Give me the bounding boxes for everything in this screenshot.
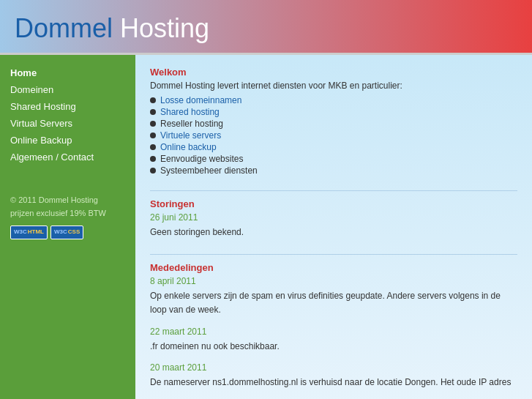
bullet-icon — [150, 168, 156, 174]
sidebar-nav: Home Domeinen Shared Hosting Virtual Ser… — [10, 65, 125, 165]
w3c-html-badge: W3C HTML — [10, 225, 48, 239]
section-storingen: Storingen 26 juni 2011 Geen storingen be… — [150, 198, 517, 239]
service-text-systeem: Systeembeheer diensten — [160, 165, 258, 176]
mededeling-text-1: Op enkele servers zijn de spam en virus … — [150, 289, 517, 317]
tagline: prijzen exclusief 19% BTW — [10, 207, 125, 220]
divider — [150, 254, 517, 255]
site-title: Dommel Hosting — [15, 13, 517, 44]
sidebar-item-virtual-servers[interactable]: Virtual Servers — [10, 116, 125, 131]
service-text-reseller: Reseller hosting — [160, 119, 223, 129]
sidebar-item-home[interactable]: Home — [10, 65, 125, 81]
service-list: Losse domeinnamen Shared hosting Reselle… — [150, 95, 517, 176]
list-item: Online backup — [150, 142, 517, 152]
mededeling-entry-1: 8 april 2011 Op enkele servers zijn de s… — [150, 276, 517, 317]
title-hosting: Hosting — [113, 13, 209, 43]
w3c-badges: W3C HTML W3C CSS — [10, 225, 125, 239]
mededeling-date-1: 8 april 2011 — [150, 276, 517, 286]
bullet-icon — [150, 156, 156, 162]
storingen-date: 26 juni 2011 — [150, 212, 517, 223]
bullet-icon — [150, 109, 156, 115]
mededeling-date-3: 20 maart 2011 — [150, 362, 517, 373]
sidebar-item-domeinen[interactable]: Domeinen — [10, 82, 125, 97]
sidebar-item-shared-hosting[interactable]: Shared Hosting — [10, 99, 125, 114]
bullet-icon — [150, 133, 156, 138]
list-item: Shared hosting — [150, 107, 517, 117]
storingen-text: Geen storingen bekend. — [150, 225, 517, 239]
bullet-icon — [150, 97, 156, 103]
sidebar-footer: © 2011 Dommel Hosting prijzen exclusief … — [10, 194, 125, 239]
welcome-intro: Dommel Hosting levert internet diensten … — [150, 81, 517, 91]
bullet-icon — [150, 144, 156, 150]
list-item: Reseller hosting — [150, 119, 517, 129]
title-dommel: Dommel — [15, 13, 113, 43]
mededeling-entry-3: 20 maart 2011 De nameserver ns1.dommelho… — [150, 362, 517, 389]
service-link-losse[interactable]: Losse domeinnamen — [160, 95, 241, 105]
sidebar-item-contact[interactable]: Algemeen / Contact — [10, 149, 125, 165]
list-item: Virtuele servers — [150, 130, 517, 141]
bullet-icon — [150, 121, 156, 127]
welcome-title: Welkom — [150, 67, 517, 78]
header: Dommel Hosting — [0, 0, 532, 55]
mededeling-text-3: De nameserver ns1.dommelhosting.nl is ve… — [150, 376, 517, 389]
copyright: © 2011 Dommel Hosting — [10, 194, 125, 207]
storingen-title: Storingen — [150, 198, 517, 209]
main-content: Welkom Dommel Hosting levert internet di… — [135, 55, 532, 399]
mededelingen-title: Mededelingen — [150, 262, 517, 273]
list-item: Systeembeheer diensten — [150, 165, 517, 176]
section-mededelingen: Mededelingen 8 april 2011 Op enkele serv… — [150, 262, 517, 389]
service-link-online-backup[interactable]: Online backup — [160, 142, 217, 152]
service-link-shared[interactable]: Shared hosting — [160, 107, 220, 117]
sidebar-item-online-backup[interactable]: Online Backup — [10, 133, 125, 148]
service-text-websites: Eenvoudige websites — [160, 154, 243, 164]
section-welcome: Welkom Dommel Hosting levert internet di… — [150, 67, 517, 176]
sidebar: Home Domeinen Shared Hosting Virtual Ser… — [0, 55, 135, 399]
layout: Home Domeinen Shared Hosting Virtual Ser… — [0, 55, 532, 399]
mededeling-date-2: 22 maart 2011 — [150, 327, 517, 337]
service-link-virtuele[interactable]: Virtuele servers — [160, 130, 221, 141]
divider — [150, 190, 517, 191]
w3c-css-badge: W3C CSS — [50, 225, 83, 239]
list-item: Eenvoudige websites — [150, 154, 517, 164]
mededeling-entry-2: 22 maart 2011 .fr domeinen nu ook beschi… — [150, 327, 517, 354]
mededeling-text-2: .fr domeinen nu ook beschikbaar. — [150, 340, 517, 354]
list-item: Losse domeinnamen — [150, 95, 517, 105]
